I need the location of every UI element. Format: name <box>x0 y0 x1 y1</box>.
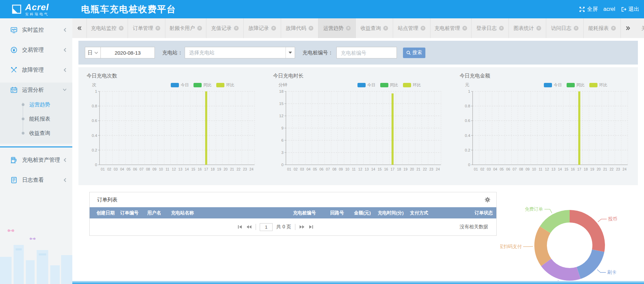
svg-text:0.2: 0.2 <box>465 148 470 152</box>
svg-text:14: 14 <box>371 167 375 171</box>
svg-text:17: 17 <box>204 167 208 171</box>
tab-close-icon[interactable]: × <box>234 26 239 31</box>
legend-item[interactable]: 今日 <box>357 82 375 88</box>
sidebar-divider <box>0 146 72 147</box>
tab-item-13[interactable]: 能耗报表× <box>584 18 621 38</box>
sidebar-subitem-3-1[interactable]: 能耗报表 <box>0 112 72 126</box>
column-header-4: 充电桩编号 <box>293 207 330 218</box>
payment-type-donut-chart: 投币刷卡微信扫码支付付宝扫码支付免费订单 <box>500 200 643 282</box>
svg-text:09: 09 <box>152 167 157 171</box>
tab-close-icon[interactable]: × <box>462 26 467 31</box>
tab-close-icon[interactable]: × <box>536 26 541 31</box>
svg-text:12: 12 <box>545 167 549 171</box>
tab-item-12[interactable]: 访问日志× <box>546 18 584 38</box>
tabs-scroll-right-button[interactable] <box>621 18 635 38</box>
y-axis-unit: 次 <box>92 82 96 88</box>
station-select[interactable]: 选择充电站 <box>185 47 295 58</box>
svg-text:06: 06 <box>133 167 137 171</box>
tab-item-3[interactable]: 充值记录× <box>206 18 244 38</box>
last-page-button[interactable] <box>309 225 314 229</box>
previous-page-button[interactable] <box>246 225 252 229</box>
first-page-button[interactable] <box>237 225 242 229</box>
tab-close-icon[interactable]: × <box>421 26 425 31</box>
search-button[interactable]: 搜索 <box>403 48 425 58</box>
tab-item-9[interactable]: 充电桩管理× <box>430 18 472 38</box>
chart-legend: 今日同比环比 <box>357 82 421 88</box>
legend-item[interactable]: 同比 <box>194 82 211 88</box>
svg-text:09: 09 <box>526 167 530 171</box>
legend-item[interactable]: 环比 <box>403 82 421 88</box>
sidebar-subitem-3-2[interactable]: 收益查询 <box>0 126 72 140</box>
sidebar-item-1[interactable]: 交易管理 <box>0 42 72 57</box>
page-input[interactable] <box>260 223 273 231</box>
legend-item[interactable]: 同比 <box>567 82 585 88</box>
sidebar-item-3[interactable]: 运营分析 <box>0 83 72 97</box>
tab-item-11[interactable]: 图表统计× <box>509 18 546 38</box>
sidebar-item-label: 故障管理 <box>22 67 44 74</box>
tab-item-4[interactable]: 故障记录× <box>244 18 281 38</box>
legend-item[interactable]: 环比 <box>589 82 607 88</box>
tab-close-icon[interactable]: × <box>499 26 504 31</box>
tabs-scroll-left-button[interactable] <box>72 18 87 38</box>
tab-close-icon[interactable]: × <box>611 26 616 31</box>
tab-label: 订单管理 <box>133 25 153 32</box>
tab-close-icon[interactable]: × <box>119 26 124 31</box>
period-select[interactable]: 日 <box>85 47 101 58</box>
tab-item-1[interactable]: 订单管理× <box>128 18 165 38</box>
tab-close-icon[interactable]: × <box>271 26 276 31</box>
fullscreen-button[interactable]: 全屏 <box>579 6 598 13</box>
legend-item[interactable]: 今日 <box>171 82 189 88</box>
app-root: Acrel 安科瑞电气 电瓶车充电桩收费平台 全屏 acrel <box>0 0 644 284</box>
close-operations-menu[interactable]: 关闭操作 <box>635 18 644 38</box>
sidebar-item-2[interactable]: 故障管理 <box>0 63 72 77</box>
tab-item-2[interactable]: 射频卡用户× <box>165 18 206 38</box>
next-page-button[interactable] <box>299 225 305 229</box>
tab-close-icon[interactable]: × <box>383 26 388 31</box>
chevron-down-icon <box>94 52 98 54</box>
date-input[interactable]: 2020-08-13 <box>100 47 155 58</box>
logout-icon <box>621 6 626 12</box>
tab-item-6[interactable]: 运营趋势× <box>318 18 356 38</box>
svg-text:1: 1 <box>95 89 97 93</box>
sidebar-subitem-label: 运营趋势 <box>29 101 50 108</box>
tab-close-icon[interactable]: × <box>309 26 313 31</box>
tab-item-10[interactable]: 登录日志× <box>472 18 509 38</box>
dropdown-button[interactable] <box>286 47 295 58</box>
svg-text:11: 11 <box>352 167 356 171</box>
svg-text:19: 19 <box>217 167 221 171</box>
order-list-title: 订单列表 <box>97 197 117 203</box>
sidebar-item-5[interactable]: 日志查看 <box>0 173 72 188</box>
svg-text:01: 01 <box>101 167 105 171</box>
svg-text:07: 07 <box>513 167 517 171</box>
gear-icon[interactable] <box>485 197 490 202</box>
pile-number-input[interactable] <box>336 47 397 58</box>
sidebar-decoration-cityscape <box>0 225 72 284</box>
svg-text:02: 02 <box>480 167 484 171</box>
svg-text:05: 05 <box>313 167 317 171</box>
tab-item-8[interactable]: 站点管理× <box>393 18 430 38</box>
sidebar-item-4[interactable]: 充电桩资产管理 <box>0 153 72 167</box>
logout-button[interactable]: 退出 <box>621 6 639 13</box>
sidebar-subitem-3-0[interactable]: 运营趋势 <box>0 97 72 112</box>
legend-item[interactable]: 今日 <box>544 82 562 88</box>
svg-text:17: 17 <box>391 167 395 171</box>
chart-title: 今日充电次数 <box>87 73 261 79</box>
divider <box>295 224 295 230</box>
fault-icon <box>10 66 18 74</box>
tab-close-icon[interactable]: × <box>574 26 578 31</box>
sidebar-item-0[interactable]: 实时监控 <box>0 22 72 37</box>
tab-item-7[interactable]: 收益查询× <box>356 18 393 38</box>
svg-text:0.4: 0.4 <box>92 134 97 138</box>
app-header: Acrel 安科瑞电气 电瓶车充电桩收费平台 全屏 acrel <box>0 0 644 18</box>
legend-item[interactable]: 环比 <box>216 82 234 88</box>
username[interactable]: acrel <box>603 6 615 12</box>
tab-close-icon[interactable]: × <box>346 26 351 31</box>
tab-close-icon[interactable]: × <box>155 26 160 31</box>
main-area: 充电站监控×订单管理×射频卡用户×充值记录×故障记录×故障代码×运营趋势×收益查… <box>72 18 644 284</box>
tab-item-5[interactable]: 故障代码× <box>281 18 318 38</box>
double-chevron-right-icon <box>626 26 630 31</box>
svg-text:16: 16 <box>198 167 202 171</box>
legend-item[interactable]: 同比 <box>380 82 398 88</box>
tab-close-icon[interactable]: × <box>197 26 202 31</box>
tab-item-0[interactable]: 充电站监控× <box>87 18 128 38</box>
